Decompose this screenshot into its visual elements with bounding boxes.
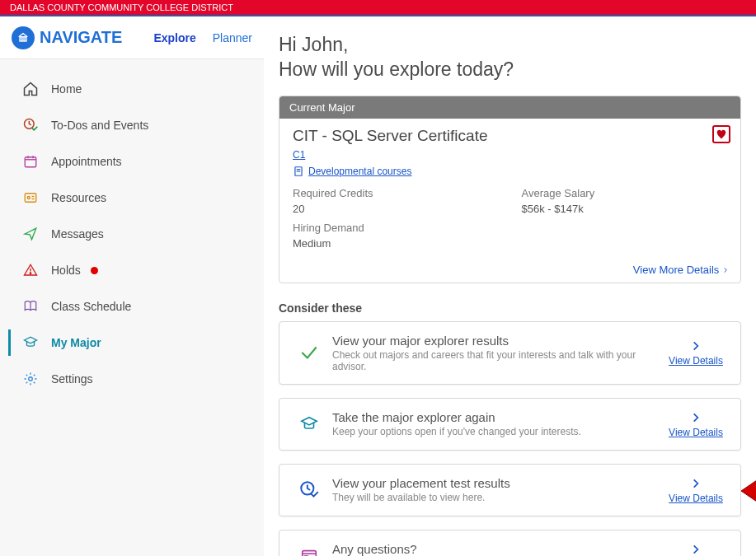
view-more-label: View More Details [633, 264, 720, 276]
grad-cap-icon [294, 415, 324, 433]
sidebar-item-label: Class Schedule [51, 300, 131, 313]
hiring-demand-value: Medium [293, 237, 373, 250]
check-icon [294, 342, 324, 363]
sidebar-item-label: Messages [51, 227, 104, 241]
chevron-right-icon [690, 410, 702, 425]
greeting: Hi John, How will you explore today? [279, 33, 741, 82]
consider-card-sub: Check out majors and careers that fit yo… [332, 349, 666, 372]
consider-card-sub: They will be available to view here. [332, 492, 666, 503]
grad-cap-icon [21, 334, 40, 352]
consider-card-sub: Keep your options open if you've changed… [332, 426, 666, 437]
hiring-demand-label: Hiring Demand [293, 222, 373, 234]
sidebar-item-schedule[interactable]: Class Schedule [0, 288, 264, 325]
clock-check-icon [21, 116, 40, 134]
heart-icon [716, 128, 727, 140]
svg-point-10 [27, 197, 30, 199]
logo[interactable]: NAVIGATE [12, 26, 122, 49]
org-banner-text: DALLAS COUNTY COMMUNITY COLLEGE DISTRICT [10, 2, 233, 12]
developmental-courses-link[interactable]: Developmental courses [308, 166, 411, 177]
doc-icon [293, 166, 304, 177]
consider-card-questions[interactable]: Any questions? Schedule some time to mee… [279, 530, 741, 556]
send-icon [21, 225, 40, 243]
sidebar-item-label: Holds [51, 264, 81, 277]
svg-marker-21 [741, 479, 756, 503]
consider-title: Consider these [279, 301, 741, 315]
svg-rect-9 [25, 194, 36, 203]
required-credits-value: 20 [293, 203, 373, 215]
consider-card-placement-test[interactable]: View your placement test results They wi… [279, 464, 741, 516]
stat-required-credits: Required Credits 20 Hiring Demand Medium [293, 187, 373, 250]
view-details-action[interactable]: View Details [666, 476, 725, 504]
favorite-button[interactable] [712, 125, 730, 143]
sidebar-item-my-major[interactable]: My Major [0, 325, 264, 361]
app-header: NAVIGATE Explore Planner [0, 16, 264, 59]
sidebar-item-label: Home [51, 82, 82, 96]
view-details-link[interactable]: View Details [669, 493, 723, 504]
greeting-line1: Hi John, [279, 33, 741, 58]
sidebar-item-resources[interactable]: Resources [0, 180, 264, 216]
sidebar-item-label: To-Dos and Events [51, 119, 148, 132]
sidebar-item-label: Appointments [51, 155, 122, 168]
calendar-icon [294, 547, 324, 556]
consider-card-title: View your major explorer results [332, 334, 666, 348]
view-details-action[interactable]: View Details [666, 339, 725, 367]
greeting-line2: How will you explore today? [279, 58, 741, 82]
red-arrow-annotation [741, 475, 756, 507]
sidebar-item-todos[interactable]: To-Dos and Events [0, 107, 264, 143]
view-details-link[interactable]: View Details [669, 427, 723, 438]
sidebar-item-holds[interactable]: Holds [0, 252, 264, 288]
current-major-header: Current Major [279, 96, 740, 119]
view-details-action[interactable]: View Details [666, 542, 725, 556]
alert-icon [21, 261, 40, 279]
book-icon [21, 297, 40, 315]
svg-point-16 [29, 377, 33, 381]
nav-tabs: Explore Planner [153, 31, 252, 44]
sidebar-item-messages[interactable]: Messages [0, 216, 264, 252]
main-content: Hi John, How will you explore today? Cur… [264, 16, 756, 556]
sidebar-item-home[interactable]: Home [0, 71, 264, 107]
sidebar: Home To-Dos and Events Appointments Reso… [0, 59, 264, 556]
holds-badge-dot [91, 267, 98, 274]
current-major-card: Current Major CIT - SQL Server Certifica… [279, 96, 741, 283]
org-banner: DALLAS COUNTY COMMUNITY COLLEGE DISTRICT [0, 0, 756, 15]
sidebar-item-appointments[interactable]: Appointments [0, 143, 264, 180]
stat-salary: Average Salary $56k - $147k [522, 187, 595, 250]
consider-card-explorer-results[interactable]: View your major explorer results Check o… [279, 321, 741, 385]
consider-card-title: Any questions? [332, 542, 666, 556]
tab-planner[interactable]: Planner [213, 31, 252, 44]
required-credits-label: Required Credits [293, 187, 373, 199]
chevron-right-icon [690, 542, 702, 556]
home-icon [21, 80, 40, 98]
calendar-icon [21, 152, 40, 171]
salary-label: Average Salary [522, 187, 595, 199]
tab-explore[interactable]: Explore [153, 31, 195, 44]
consider-card-take-explorer[interactable]: Take the major explorer again Keep your … [279, 398, 741, 451]
clock-check-icon [294, 479, 324, 501]
svg-point-14 [30, 273, 31, 274]
sidebar-item-label: My Major [51, 336, 101, 349]
sidebar-item-label: Resources [51, 191, 106, 204]
chevron-right-icon [690, 339, 702, 353]
view-details-action[interactable]: View Details [666, 410, 725, 438]
svg-rect-5 [25, 157, 36, 167]
chevron-right-icon [722, 266, 729, 274]
consider-card-title: View your placement test results [332, 476, 666, 490]
logo-icon [12, 26, 35, 49]
consider-card-title: Take the major explorer again [332, 410, 666, 424]
chevron-right-icon [690, 476, 702, 491]
sidebar-item-settings[interactable]: Settings [0, 361, 264, 397]
view-details-link[interactable]: View Details [669, 355, 723, 367]
salary-value: $56k - $147k [522, 203, 595, 215]
view-more-details-link[interactable]: View More Details [633, 264, 729, 276]
logo-text: NAVIGATE [40, 28, 122, 47]
major-title: CIT - SQL Server Certificate [293, 127, 727, 145]
sidebar-item-label: Settings [51, 372, 93, 385]
id-icon [21, 189, 40, 207]
gear-icon [21, 370, 40, 388]
major-code-link[interactable]: C1 [293, 149, 305, 161]
